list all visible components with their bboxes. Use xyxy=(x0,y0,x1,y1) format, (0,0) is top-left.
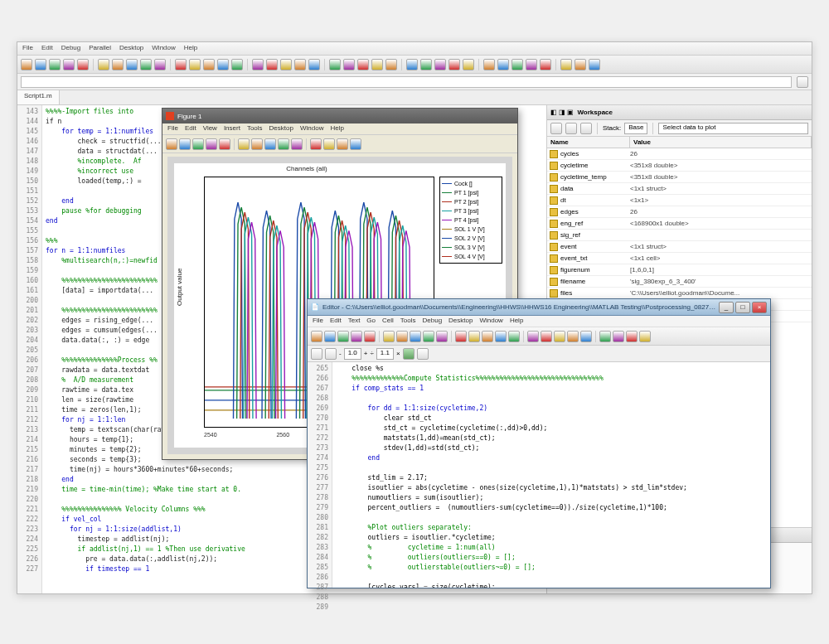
toolbar-button[interactable] xyxy=(554,331,565,342)
toolbar-button[interactable] xyxy=(508,331,520,342)
toolbar-button[interactable] xyxy=(291,138,303,150)
toolbar-button[interactable] xyxy=(580,331,592,342)
toolbar-button[interactable] xyxy=(98,59,109,70)
toolbar-button[interactable] xyxy=(482,331,493,342)
menu-item[interactable]: Desktop xyxy=(119,44,143,53)
toolbar-button[interactable] xyxy=(35,59,46,70)
toolbar-button[interactable] xyxy=(497,59,509,70)
workspace-row[interactable]: event_txt<1x1 cell> xyxy=(547,253,812,264)
indent-value[interactable]: 1.0 xyxy=(344,348,361,360)
legend-item[interactable]: PT 1 [psi] xyxy=(442,188,500,197)
toolbar-button[interactable] xyxy=(21,59,32,70)
toolbar-button[interactable] xyxy=(495,331,507,342)
toolbar-button[interactable] xyxy=(396,331,408,342)
main-menubar[interactable]: FileEditDebugParallelDesktopWindowHelp xyxy=(17,42,812,56)
toolbar-button[interactable] xyxy=(217,59,229,70)
toolbar-button[interactable] xyxy=(350,138,361,150)
menu-item[interactable]: Debug xyxy=(61,44,81,53)
menu-item[interactable]: Desktop xyxy=(448,317,473,326)
toolbar-button[interactable] xyxy=(329,59,341,70)
editor-tab[interactable]: Script1.m xyxy=(17,90,60,104)
toolbar-button[interactable] xyxy=(448,59,460,70)
toolbar-button[interactable] xyxy=(463,59,474,70)
menu-item[interactable]: Cell xyxy=(382,317,394,326)
toolbar-button[interactable] xyxy=(264,138,276,150)
figure-toolbar[interactable] xyxy=(162,135,517,153)
toolbar-button[interactable] xyxy=(206,138,217,150)
editor-tabs[interactable]: Script1.m xyxy=(17,90,812,105)
toolbar-button[interactable] xyxy=(357,59,369,70)
editor-body[interactable]: 2652662672682692702712722732742752762772… xyxy=(308,362,770,588)
toolbar-button[interactable] xyxy=(337,138,348,150)
toolbar-button[interactable] xyxy=(310,138,322,150)
menu-item[interactable]: Debug xyxy=(423,317,443,326)
workspace-row[interactable]: filename'sig_380exp_6_3_400' xyxy=(547,276,812,288)
indent-plus[interactable]: + xyxy=(364,350,368,357)
figure-titlebar[interactable]: Figure 1 xyxy=(162,109,517,123)
toolbar-button[interactable] xyxy=(599,331,611,342)
legend-item[interactable]: PT 4 [psi] xyxy=(442,215,500,225)
legend-item[interactable]: Cock [] xyxy=(442,179,500,188)
menu-item[interactable]: Edit xyxy=(41,44,53,53)
toolbar-button[interactable] xyxy=(175,59,187,70)
open-var-button[interactable] xyxy=(565,123,577,134)
new-var-button[interactable] xyxy=(550,123,562,134)
menu-item[interactable]: Window xyxy=(479,317,502,326)
workspace-row[interactable]: data<1x1 struct> xyxy=(547,183,812,195)
toolbar-button[interactable] xyxy=(383,331,395,342)
toolbar-button[interactable] xyxy=(323,138,335,150)
toolbar-button[interactable] xyxy=(364,331,376,342)
toolbar-button[interactable] xyxy=(541,331,552,342)
maximize-button[interactable]: □ xyxy=(735,302,750,313)
toolbar-button[interactable] xyxy=(219,138,230,150)
toolbar-button[interactable] xyxy=(337,331,349,342)
toolbar-button[interactable] xyxy=(423,331,434,342)
plot-legend[interactable]: Cock []PT 1 [psi]PT 2 [psi]PT 3 [psi]PT … xyxy=(439,177,502,264)
workspace-panel-header[interactable]: ◧ ◨ ▣ Workspace xyxy=(547,105,812,120)
toolbar-button[interactable] xyxy=(613,331,624,342)
toolbar-button[interactable] xyxy=(385,59,397,70)
toolbar-button[interactable] xyxy=(574,59,586,70)
toolbar-button[interactable] xyxy=(526,59,537,70)
menu-item[interactable]: View xyxy=(203,124,217,133)
indent-mul[interactable]: × xyxy=(396,350,400,357)
plot-select[interactable]: Select data to plot xyxy=(658,123,808,134)
toolbar-button[interactable] xyxy=(203,59,215,70)
col-name[interactable]: Name xyxy=(547,137,630,148)
find-icon[interactable] xyxy=(417,348,429,360)
close-button[interactable]: × xyxy=(752,302,767,313)
toolbar-button[interactable] xyxy=(179,138,191,150)
toolbar-button[interactable] xyxy=(371,59,383,70)
workspace-row[interactable]: eng_ref<168900x1 double> xyxy=(547,218,812,230)
editor-cell-toolbar[interactable]: - 1.0 + ÷ 1.1 × xyxy=(308,346,770,362)
import-button[interactable] xyxy=(580,123,592,134)
indent-div[interactable]: ÷ xyxy=(370,350,373,357)
workspace-row[interactable]: event<1x1 struct> xyxy=(547,241,812,253)
toolbar-button[interactable] xyxy=(63,59,75,70)
legend-item[interactable]: PT 2 [psi] xyxy=(442,197,500,206)
menu-item[interactable]: Window xyxy=(152,44,175,53)
browse-folder-button[interactable] xyxy=(797,76,808,88)
col-value[interactable]: Value xyxy=(630,137,812,148)
toolbar-button[interactable] xyxy=(311,331,322,342)
toolbar-button[interactable] xyxy=(589,59,600,70)
toolbar-button[interactable] xyxy=(468,331,480,342)
toolbar-button[interactable] xyxy=(77,59,89,70)
legend-item[interactable]: PT 3 [psi] xyxy=(442,206,500,215)
legend-item[interactable]: SOL 2 V [V] xyxy=(442,234,500,243)
workspace-header-row[interactable]: Name Value xyxy=(547,137,812,148)
main-toolbar[interactable] xyxy=(17,56,812,74)
toolbar-button[interactable] xyxy=(231,59,243,70)
workspace-row[interactable]: edges26 xyxy=(547,206,812,218)
workspace-row[interactable]: dt<1x1> xyxy=(547,195,812,206)
toolbar-button[interactable] xyxy=(252,59,264,70)
toolbar-button[interactable] xyxy=(567,331,579,342)
toolbar-button[interactable] xyxy=(126,59,138,70)
current-folder-input[interactable] xyxy=(21,76,792,88)
toolbar-button[interactable] xyxy=(540,59,551,70)
toolbar-button[interactable] xyxy=(324,331,336,342)
menu-item[interactable]: Go xyxy=(366,317,376,326)
toolbar-button[interactable] xyxy=(560,59,572,70)
toolbar-button[interactable] xyxy=(154,59,166,70)
toolbar-button[interactable] xyxy=(455,331,467,342)
